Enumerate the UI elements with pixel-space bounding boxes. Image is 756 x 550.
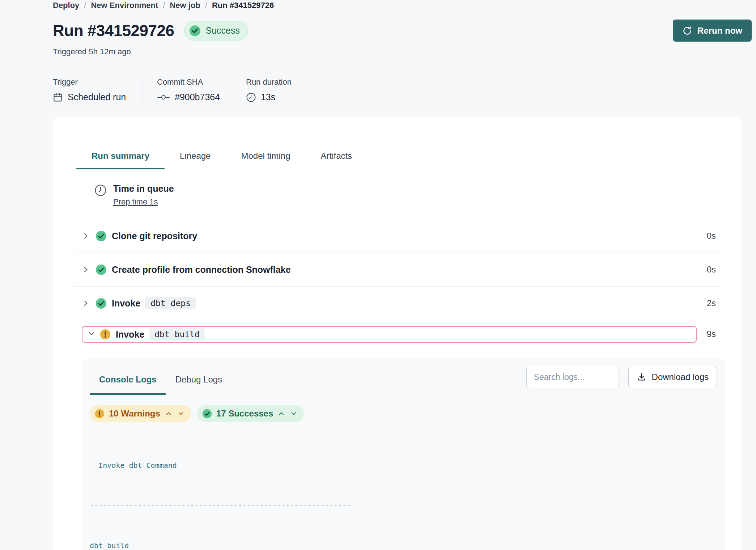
breadcrumb-job[interactable]: New job — [170, 1, 200, 10]
breadcrumb-current-run: Run #341529726 — [212, 1, 274, 10]
chevron-right-icon — [82, 232, 90, 240]
warnings-prev-button[interactable] — [165, 410, 173, 418]
log-filter-badges: 10 Warnings 17 Successes — [90, 405, 717, 422]
warnings-badge-label: 10 Warnings — [109, 409, 160, 419]
step-invoke-dbt-build[interactable]: Invoke dbt build — [82, 326, 697, 343]
breadcrumb-environment[interactable]: New Environment — [91, 1, 158, 10]
commit-label: Commit SHA — [157, 77, 234, 87]
step-create-profile[interactable]: Create profile from connection Snowflake… — [53, 253, 742, 286]
duration-info: Run duration 13s — [234, 77, 292, 102]
tab-debug-logs[interactable]: Debug Logs — [166, 359, 232, 394]
console-header: Console Logs Debug Logs Download logs — [90, 359, 717, 394]
refresh-icon — [682, 26, 692, 36]
time-in-queue-title: Time in queue — [113, 183, 174, 194]
warning-circle-icon — [100, 329, 111, 340]
log-command: dbt build — [90, 539, 717, 550]
trigger-value: Scheduled run — [68, 92, 126, 102]
step-label: Clone git repository — [112, 231, 197, 241]
breadcrumb-separator: / — [163, 1, 165, 10]
tab-lineage[interactable]: Lineage — [165, 151, 226, 169]
chevron-up-icon — [278, 410, 285, 417]
commit-sha-value: #900b7364 — [175, 92, 220, 102]
breadcrumb-separator: / — [205, 1, 207, 10]
breadcrumb: Deploy / New Environment / New job / Run… — [53, 1, 752, 10]
log-separator-line: ----------------------------------------… — [90, 499, 717, 512]
chevron-down-icon — [290, 410, 297, 417]
duration-value: 13s — [261, 92, 275, 102]
status-badge-label: Success — [205, 25, 239, 36]
successes-badge: 17 Successes — [197, 405, 304, 422]
step-clone-git-repository[interactable]: Clone git repository 0s — [53, 219, 742, 253]
warnings-badge: 10 Warnings — [90, 405, 191, 422]
warning-circle-icon — [95, 409, 105, 419]
successes-next-button[interactable] — [290, 410, 298, 418]
step-duration: 0s — [707, 265, 716, 275]
tab-run-summary[interactable]: Run summary — [76, 151, 165, 169]
step-label: Invoke — [116, 329, 144, 340]
check-circle-icon — [189, 25, 201, 37]
calendar-icon — [53, 92, 63, 102]
download-logs-label: Download logs — [652, 372, 709, 382]
chevron-up-icon — [165, 410, 172, 417]
step-command-chip: dbt build — [149, 328, 205, 340]
step-invoke-dbt-deps[interactable]: Invoke dbt deps 2s — [53, 287, 742, 320]
successes-badge-label: 17 Successes — [216, 409, 273, 419]
breadcrumb-separator: / — [84, 1, 86, 10]
tab-console-logs[interactable]: Console Logs — [90, 359, 166, 394]
chevron-right-icon — [82, 299, 90, 307]
step-duration: 2s — [707, 298, 716, 308]
status-badge: Success — [184, 21, 248, 41]
trigger-label: Trigger — [53, 77, 143, 87]
run-tabs: Run summary Lineage Model timing Artifac… — [53, 151, 742, 169]
commit-icon — [157, 94, 170, 101]
search-logs-input[interactable] — [526, 366, 619, 388]
duration-label: Run duration — [246, 77, 292, 87]
step-label: Invoke — [112, 298, 140, 309]
rerun-now-label: Rerun now — [697, 26, 742, 36]
successes-prev-button[interactable] — [277, 410, 285, 418]
download-logs-button[interactable]: Download logs — [628, 366, 717, 388]
step-command-chip: dbt deps — [145, 297, 196, 309]
chevron-down-icon — [178, 410, 184, 417]
run-summary-card: Run summary Lineage Model timing Artifac… — [53, 117, 742, 550]
page-title: Run #341529726 — [53, 22, 174, 40]
triggered-timestamp: Triggered 5h 12m ago — [53, 47, 752, 56]
warnings-next-button[interactable] — [177, 410, 185, 418]
check-circle-icon — [95, 264, 107, 275]
chevron-right-icon — [82, 266, 90, 274]
step-invoke-dbt-build-row: Invoke dbt build 9s — [53, 320, 742, 359]
log-command-header: Invoke dbt Command — [90, 459, 717, 472]
time-in-queue-block: Time in queue Prep time 1s — [94, 183, 742, 207]
check-circle-icon — [95, 230, 107, 242]
chevron-down-icon — [88, 330, 95, 338]
tab-artifacts[interactable]: Artifacts — [306, 151, 368, 169]
commit-info: Commit SHA #900b7364 — [143, 77, 234, 102]
rerun-now-button[interactable]: Rerun now — [673, 20, 752, 42]
breadcrumb-deploy[interactable]: Deploy — [53, 1, 79, 10]
console-logs-panel: Console Logs Debug Logs Download logs 10… — [82, 359, 725, 550]
run-detail-page: Deploy / New Environment / New job / Run… — [0, 1, 756, 550]
clock-icon — [94, 183, 107, 197]
step-label: Create profile from connection Snowflake — [112, 265, 291, 275]
check-circle-icon — [202, 409, 212, 419]
prep-time-link[interactable]: Prep time 1s — [113, 197, 158, 207]
page-header: Run #341529726 Success Rerun now — [53, 20, 752, 42]
check-circle-icon — [95, 298, 107, 309]
run-info-row: Trigger Scheduled run Commit SHA #900b73… — [53, 77, 752, 102]
step-duration: 9s — [707, 329, 716, 339]
tab-model-timing[interactable]: Model timing — [226, 151, 305, 169]
clock-icon — [246, 92, 256, 102]
step-duration: 0s — [707, 231, 716, 241]
download-icon — [637, 372, 647, 382]
trigger-info: Trigger Scheduled run — [53, 77, 143, 102]
log-scroll-area[interactable]: Invoke dbt Command ---------------------… — [90, 432, 717, 550]
